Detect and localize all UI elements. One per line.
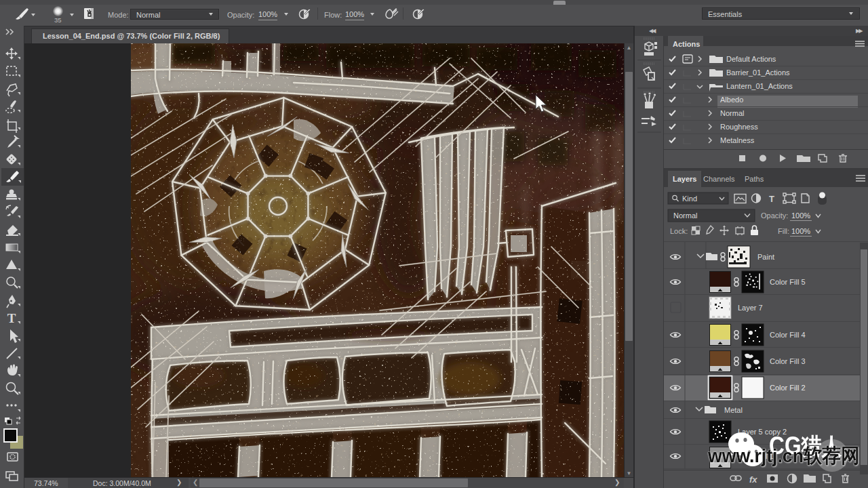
svg-text:Color Fill 5: Color Fill 5 bbox=[770, 278, 806, 286]
svg-text:Barrier_01_Actions: Barrier_01_Actions bbox=[726, 68, 790, 77]
svg-text:Albedo: Albedo bbox=[720, 96, 743, 104]
svg-text:100%: 100% bbox=[791, 211, 810, 220]
svg-text:Color Fill 2: Color Fill 2 bbox=[770, 384, 806, 392]
svg-text:Opacity:: Opacity: bbox=[761, 211, 788, 220]
svg-text:T: T bbox=[769, 194, 774, 204]
svg-text:Kind: Kind bbox=[682, 195, 697, 203]
svg-text:Normal: Normal bbox=[673, 211, 697, 220]
svg-text:Roughness: Roughness bbox=[720, 123, 758, 131]
svg-text:Metalness: Metalness bbox=[720, 136, 755, 144]
svg-text:Fill:: Fill: bbox=[778, 227, 789, 235]
svg-text:Metal: Metal bbox=[724, 406, 743, 414]
svg-text:Channels: Channels bbox=[703, 175, 735, 183]
svg-text:Lantern_01_Actions: Lantern_01_Actions bbox=[726, 82, 793, 90]
svg-text:Default Actions: Default Actions bbox=[726, 55, 776, 63]
svg-text:Normal: Normal bbox=[720, 109, 744, 117]
svg-text:Color Fill 3: Color Fill 3 bbox=[770, 357, 806, 365]
svg-text:100%: 100% bbox=[791, 227, 810, 235]
svg-text:fx: fx bbox=[749, 474, 757, 485]
svg-text:T: T bbox=[7, 311, 16, 325]
svg-text:Paths: Paths bbox=[745, 175, 764, 183]
svg-text:Paint: Paint bbox=[757, 253, 774, 261]
svg-text:Layers: Layers bbox=[673, 175, 696, 183]
svg-text:Layer 7: Layer 7 bbox=[738, 304, 763, 312]
svg-text:Color Fill 4: Color Fill 4 bbox=[770, 331, 806, 339]
svg-text:Lock:: Lock: bbox=[670, 227, 688, 235]
